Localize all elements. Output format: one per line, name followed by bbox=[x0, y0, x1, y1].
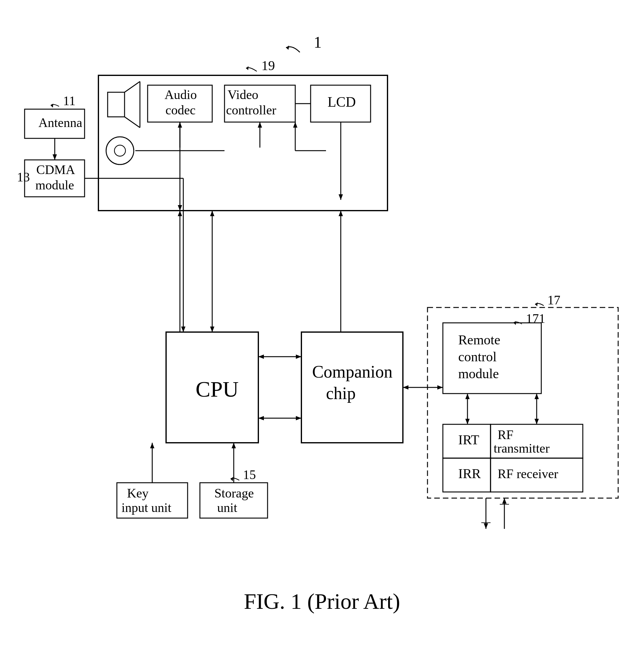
rf-transmitter-label1: RF bbox=[498, 428, 513, 442]
key-input-label2: input unit bbox=[121, 500, 171, 515]
cpu-label: CPU bbox=[196, 377, 239, 401]
remote-label2: control bbox=[458, 349, 497, 364]
label-17: 17 bbox=[547, 293, 560, 307]
companion-label1: Companion bbox=[312, 362, 392, 381]
storage-label1: Storage bbox=[214, 486, 254, 500]
lcd-label: LCD bbox=[327, 94, 356, 110]
label-171: 171 bbox=[526, 311, 545, 326]
storage-label2: unit bbox=[217, 500, 237, 515]
irr-label: IRR bbox=[458, 466, 481, 481]
label-11: 11 bbox=[63, 94, 75, 108]
rf-transmitter-label2: transmitter bbox=[493, 441, 550, 456]
label-15: 15 bbox=[243, 468, 256, 482]
label-13: 13 bbox=[17, 170, 30, 184]
key-input-label1: Key bbox=[127, 486, 148, 500]
video-controller-label2: controller bbox=[226, 103, 276, 117]
diagram-container: 1 19 Audio codec Video controller LCD bbox=[0, 0, 644, 654]
antenna-label: Antenna bbox=[39, 116, 83, 130]
svg-rect-0 bbox=[0, 0, 644, 654]
label-19: 19 bbox=[261, 58, 275, 73]
cdma-label2: module bbox=[36, 178, 74, 192]
figure-caption: FIG. 1 (Prior Art) bbox=[244, 589, 400, 614]
audio-codec-label1: Audio bbox=[164, 88, 197, 102]
remote-label1: Remote bbox=[458, 332, 500, 347]
audio-codec-label2: codec bbox=[165, 103, 196, 117]
irt-label: IRT bbox=[458, 432, 479, 447]
companion-label2: chip bbox=[326, 384, 355, 403]
cdma-label1: CDMA bbox=[36, 163, 75, 177]
video-controller-label1: Video bbox=[228, 88, 258, 102]
rf-receiver-label: RF receiver bbox=[498, 467, 558, 481]
figure-number: 1 bbox=[314, 33, 322, 51]
remote-label3: module bbox=[458, 366, 499, 381]
